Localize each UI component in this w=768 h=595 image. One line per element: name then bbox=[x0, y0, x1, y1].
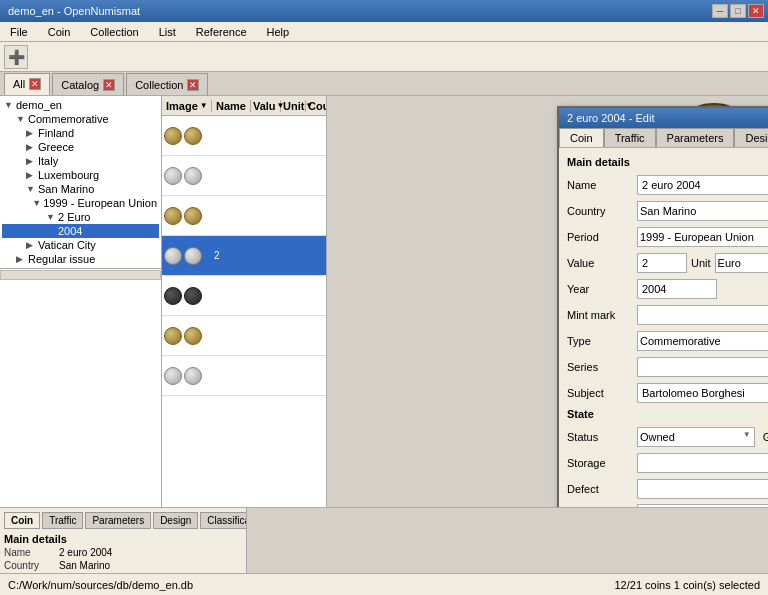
header-value[interactable]: Valu ▼ bbox=[251, 100, 281, 112]
tree-item-italy[interactable]: ▶ Italy bbox=[2, 154, 159, 168]
detail-tab-parameters[interactable]: Parameters bbox=[85, 512, 151, 529]
tabs-row: All ✕ Catalog ✕ Collection ✕ bbox=[0, 72, 768, 96]
grade-inline-label: Grade bbox=[763, 431, 768, 443]
coin-name-cell bbox=[212, 174, 326, 178]
storage-input[interactable] bbox=[637, 453, 768, 473]
detail-tab-coin[interactable]: Coin bbox=[4, 512, 40, 529]
coin-reverse-thumb bbox=[184, 367, 202, 385]
coin-row[interactable] bbox=[162, 116, 326, 156]
coin-name-cell bbox=[212, 134, 326, 138]
features-row: Features bbox=[567, 504, 768, 507]
tree-item-san-marino[interactable]: ▼ San Marino bbox=[2, 182, 159, 196]
coin-row[interactable] bbox=[162, 356, 326, 396]
detail-tab-traffic[interactable]: Traffic bbox=[42, 512, 83, 529]
tree-label: 2004 bbox=[58, 225, 82, 237]
coin-row[interactable] bbox=[162, 276, 326, 316]
status-select[interactable]: Owned bbox=[637, 427, 755, 447]
coin-row[interactable] bbox=[162, 196, 326, 236]
header-country[interactable]: Country ▼ bbox=[306, 100, 327, 112]
menu-reference[interactable]: Reference bbox=[190, 24, 253, 40]
tree-item-demo_en[interactable]: ▼ demo_en bbox=[2, 98, 159, 112]
minimize-button[interactable]: ─ bbox=[712, 4, 728, 18]
type-select[interactable]: Commemorative bbox=[637, 331, 768, 351]
coin-reverse-thumb bbox=[184, 247, 202, 265]
name-label: Name bbox=[567, 179, 637, 191]
tree-scrollbar[interactable] bbox=[0, 270, 161, 280]
tree-item-2004[interactable]: 2004 bbox=[2, 224, 159, 238]
tree-item-greece[interactable]: ▶ Greece bbox=[2, 140, 159, 154]
menu-coin[interactable]: Coin bbox=[42, 24, 77, 40]
detail-tab-design[interactable]: Design bbox=[153, 512, 198, 529]
tab-catalog-close[interactable]: ✕ bbox=[103, 79, 115, 91]
coin-obverse-thumb bbox=[164, 367, 182, 385]
dialog-tab-parameters[interactable]: Parameters bbox=[656, 128, 735, 147]
tab-collection-label: Collection bbox=[135, 79, 183, 91]
tree-label: Regular issue bbox=[28, 253, 95, 265]
coin-row-selected[interactable]: 2 bbox=[162, 236, 326, 276]
unit-select[interactable]: Euro bbox=[715, 253, 768, 273]
name-input[interactable] bbox=[637, 175, 768, 195]
sort-arrow: ▼ bbox=[200, 101, 208, 110]
year-input[interactable] bbox=[637, 279, 717, 299]
tree-item-commemorative[interactable]: ▼ Commemorative bbox=[2, 112, 159, 126]
tab-catalog[interactable]: Catalog ✕ bbox=[52, 73, 124, 95]
coin-thumbnail bbox=[162, 205, 212, 227]
series-select[interactable] bbox=[637, 357, 768, 377]
tab-collection[interactable]: Collection ✕ bbox=[126, 73, 208, 95]
right-panel: 2 euro 2004 - Edit ✕ Coin Traffic Parame… bbox=[327, 96, 768, 507]
dialog-title-bar: 2 euro 2004 - Edit ✕ bbox=[559, 108, 768, 128]
value-row: Value Unit Euro U bbox=[567, 252, 768, 274]
defect-select[interactable] bbox=[637, 479, 768, 499]
status-label: Status bbox=[567, 431, 637, 443]
detail-country-row: Country San Marino bbox=[4, 560, 242, 571]
storage-label: Storage bbox=[567, 457, 637, 469]
menu-bar: File Coin Collection List Reference Help bbox=[0, 22, 768, 42]
header-image[interactable]: Image ▼ bbox=[162, 100, 212, 112]
tree-item-2euro[interactable]: ▼ 2 Euro bbox=[2, 210, 159, 224]
coin-row[interactable] bbox=[162, 156, 326, 196]
tree-item-finland[interactable]: ▶ Finland bbox=[2, 126, 159, 140]
dialog-tab-traffic[interactable]: Traffic bbox=[604, 128, 656, 147]
tab-collection-close[interactable]: ✕ bbox=[187, 79, 199, 91]
dialog-tab-coin[interactable]: Coin bbox=[559, 128, 604, 147]
menu-list[interactable]: List bbox=[153, 24, 182, 40]
status-row: Status Owned Grade XF G bbox=[567, 426, 768, 448]
close-button[interactable]: ✕ bbox=[748, 4, 764, 18]
name-row: Name Generate bbox=[567, 174, 768, 196]
tree-item-vatican[interactable]: ▶ Vatican City bbox=[2, 238, 159, 252]
menu-file[interactable]: File bbox=[4, 24, 34, 40]
tree-item-luxembourg[interactable]: ▶ Luxembourg bbox=[2, 168, 159, 182]
status-bar: C:/Work/num/sources/db/demo_en.db 12/21 … bbox=[0, 573, 768, 595]
tree-item-1999-eu[interactable]: ▼ 1999 - European Union bbox=[2, 196, 159, 210]
coin-thumbnail bbox=[162, 125, 212, 147]
header-unit[interactable]: Unit ▼ bbox=[281, 100, 306, 112]
add-button[interactable]: ➕ bbox=[4, 45, 28, 69]
tree-arrow: ▼ bbox=[4, 100, 14, 110]
tab-all-close[interactable]: ✕ bbox=[29, 78, 41, 90]
tree-arrow: ▶ bbox=[16, 254, 26, 264]
tree-label: San Marino bbox=[38, 183, 94, 195]
header-name[interactable]: Name bbox=[212, 100, 251, 112]
country-select[interactable]: San Marino bbox=[637, 201, 768, 221]
window-controls: ─ □ ✕ bbox=[712, 4, 764, 18]
coin-obverse-thumb bbox=[164, 127, 182, 145]
coin-name-cell bbox=[212, 214, 326, 218]
maximize-button[interactable]: □ bbox=[730, 4, 746, 18]
mintmark-input[interactable] bbox=[637, 305, 768, 325]
detail-tab-classification[interactable]: Classification bbox=[200, 512, 247, 529]
menu-collection[interactable]: Collection bbox=[84, 24, 144, 40]
edit-dialog: 2 euro 2004 - Edit ✕ Coin Traffic Parame… bbox=[557, 106, 768, 507]
features-textarea[interactable] bbox=[637, 504, 768, 507]
series-row: Series S bbox=[567, 356, 768, 378]
subject-input[interactable] bbox=[637, 383, 768, 403]
dialog-tab-design[interactable]: Design bbox=[734, 128, 768, 147]
tree-item-regular[interactable]: ▶ Regular issue bbox=[2, 252, 159, 266]
tree-label: Greece bbox=[38, 141, 74, 153]
tree-arrow: ▶ bbox=[26, 156, 36, 166]
mintmark-label: Mint mark bbox=[567, 309, 637, 321]
value-input[interactable] bbox=[637, 253, 687, 273]
coin-row[interactable] bbox=[162, 316, 326, 356]
tab-all[interactable]: All ✕ bbox=[4, 73, 50, 95]
menu-help[interactable]: Help bbox=[261, 24, 296, 40]
period-select[interactable]: 1999 - European Union bbox=[637, 227, 768, 247]
